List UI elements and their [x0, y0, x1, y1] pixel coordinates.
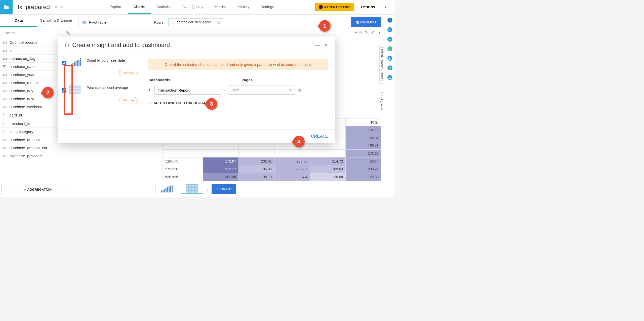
more-icon[interactable]: ⋮ [206, 187, 209, 191]
delete-icon[interactable]: 🗑 [298, 88, 301, 92]
refresh-icon[interactable]: ⟳ [365, 30, 368, 35]
add-another-dashboard[interactable]: ＋ ADD TO ANOTHER DASHBOARD [148, 101, 328, 105]
aggregation-button[interactable]: ＋ AGGREGATION [2, 184, 73, 195]
close-icon[interactable]: ✕ [324, 42, 328, 48]
sidebar-tab-data[interactable]: Data [0, 15, 37, 27]
dashboard-config: One of the selected charts is sampled an… [141, 54, 335, 129]
modal-title: Create insight and add to dashboard [72, 42, 170, 49]
rail-check-icon[interactable]: ✓ [387, 46, 392, 51]
refresh-icon[interactable]: ↻ [61, 5, 63, 9]
field-item[interactable]: 123purchase_amount_eur [0, 144, 75, 152]
dataset-title: tx_prepared [18, 4, 50, 11]
rail-list-icon[interactable]: ≡ [387, 37, 392, 42]
toolbar-label: OSS [355, 30, 362, 35]
publish-button[interactable]: ⎘ PUBLISH [351, 17, 381, 27]
tab-metrics[interactable]: Metrics [209, 0, 232, 14]
chevron-down-icon: ⌄ [172, 20, 175, 24]
nav-tabs: Explore Charts Statistics Data Quality M… [104, 0, 279, 14]
pivot-icon: ▦ [82, 20, 86, 24]
insight-title: Purchase amount average [87, 86, 138, 90]
copy-icon[interactable]: ⧉ [55, 5, 57, 9]
warning-banner: One of the selected charts is sampled an… [148, 59, 328, 70]
chart-thumb-pivot[interactable] [181, 184, 203, 194]
tab-history[interactable]: History [232, 0, 255, 14]
field-item[interactable]: 123signature_provided [0, 152, 75, 160]
chevron-down-icon: ⌄ [142, 20, 145, 24]
actions-button[interactable]: ACTIONS [357, 3, 379, 11]
rail-info-icon[interactable]: i [387, 27, 392, 32]
expand-icon[interactable]: ⤢ [371, 30, 374, 35]
callout-box-2 [64, 65, 73, 115]
back-arrow-icon[interactable]: ← [384, 4, 389, 10]
rows-label: Rows [154, 20, 164, 24]
callout-4: 4 [293, 136, 305, 147]
table-row: 178.62 [163, 150, 381, 157]
top-bar: tx_prepared ⧉ ↻ Explore Charts Statistic… [0, 0, 394, 15]
tab-settings[interactable]: Settings [255, 0, 279, 14]
create-button[interactable]: CREATE [311, 134, 328, 139]
chart-thumb-bars[interactable] [155, 184, 178, 194]
row-dimension-chip[interactable]: ⌄ cardholder_fico_score… 🗑 [169, 18, 223, 26]
insight-icon: ⎙ [65, 42, 69, 48]
tab-data-quality[interactable]: Data Quality [177, 0, 209, 14]
entry-index: 1. [148, 88, 151, 92]
rail-clock-icon[interactable]: ◷ [387, 65, 392, 70]
create-insight-modal: ⎙ Create insight and add to dashboard — … [58, 36, 335, 143]
sample-badge: Sample [119, 70, 138, 76]
table-row: 630-685302.35198.19204.4129.08129.38 [163, 173, 381, 181]
dashboard-entry: 1. - Slide 1 ▾ 🗑 [148, 86, 328, 95]
rail-db-icon[interactable]: ◐ [387, 56, 392, 61]
callout-3: 3 [206, 98, 217, 110]
remove-icon[interactable]: 🗑 [217, 20, 220, 24]
insight-title: Count by purchase_date [87, 58, 138, 62]
search-icon: 🔍 [66, 31, 70, 35]
table-row: 520-575272.87202.01206.55214.72203.4 [163, 157, 381, 165]
page-select[interactable]: Slide 1 ▾ [228, 86, 295, 95]
dashboards-label: Dashboards [148, 78, 242, 82]
chart-tray: ⋮ ＋ CHART [153, 181, 385, 197]
right-rail: ＋ i ≡ ✓ ◐ ◷ ◒ [385, 15, 394, 197]
rail-chat-icon[interactable]: ◒ [387, 75, 392, 80]
rail-add-icon[interactable]: ＋ [387, 18, 392, 23]
display-totals-handle[interactable]: ＋ Display totals [379, 88, 385, 112]
plus-icon: ＋ [148, 101, 152, 105]
tab-explore[interactable]: Explore [104, 0, 128, 14]
minimize-icon[interactable]: — [315, 42, 320, 48]
add-chart-button[interactable]: ＋ CHART [212, 184, 236, 194]
callout-1: 1 [319, 20, 331, 32]
sidebar-tab-sampling[interactable]: Sampling & Engine [37, 15, 75, 27]
pages-label: Pages [242, 78, 253, 82]
parent-recipe-button[interactable]: PARENT RECIPE [315, 3, 354, 11]
sample-badge: Sample [119, 97, 138, 103]
dataset-icon[interactable] [0, 0, 13, 14]
callout-2: 2 [42, 87, 54, 98]
more-icon[interactable]: ⋮ [377, 30, 381, 35]
expand-collapse-handle[interactable]: Expand/Collapse | Resize « [379, 45, 385, 84]
chevron-down-icon: ▾ [290, 88, 292, 92]
field-search[interactable]: 🔍 [3, 30, 72, 36]
chart-type-select[interactable]: ▦ Pivot table ⌄ [78, 17, 149, 27]
tab-statistics[interactable]: Statistics [151, 0, 177, 14]
table-row: 575-630513.17185.06202.87189.63208.27 [163, 165, 381, 173]
dashboard-name-input[interactable] [154, 86, 221, 95]
publish-icon: ⎘ [356, 20, 358, 24]
separator: - [224, 88, 225, 92]
search-input[interactable] [5, 31, 66, 35]
tab-charts[interactable]: Charts [128, 0, 151, 14]
